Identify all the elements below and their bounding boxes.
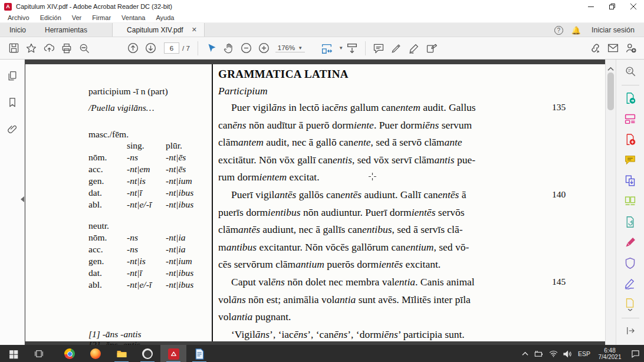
chevron-down-icon: ▼	[298, 45, 303, 51]
chevron-down-icon[interactable]: ▼	[339, 45, 343, 51]
page-up-icon[interactable]	[124, 40, 142, 57]
declension-table-neutr: nōm.-ns-nt|iaacc.-ns-nt|iagen.-nt|is-nt|…	[88, 232, 127, 291]
text-line: excitātur. Nōn vōx gallī canentis, sed v…	[218, 154, 584, 172]
highlighter-icon[interactable]	[387, 40, 405, 57]
notifications-bell-icon[interactable]: 🔔	[571, 26, 581, 35]
tab-herramientas[interactable]: Herramientas	[35, 23, 97, 37]
sign-in-button[interactable]: Iniciar sesión	[592, 26, 638, 34]
combine-files-icon[interactable]	[623, 173, 638, 188]
start-button[interactable]	[0, 345, 26, 362]
title-bar: A Capitulum XIV.pdf - Adobe Acrobat Read…	[0, 0, 644, 13]
window-title: Capitulum XIV.pdf - Adobe Acrobat Reader…	[16, 3, 580, 10]
declension-row: acc.-ns-nt|ia	[88, 244, 127, 256]
tab-document[interactable]: Capitulum XIV.pdf ✕	[112, 23, 205, 37]
battery-icon[interactable]	[533, 345, 547, 362]
adobe-acrobat-icon[interactable]	[160, 345, 186, 362]
select-arrow-icon[interactable]	[202, 40, 220, 57]
text-line: ‘Vigilāns’, ‘iacēns’, ‘canēns’, ‘dormiēn…	[218, 328, 584, 345]
menu-item-6[interactable]: Ayuda	[150, 14, 179, 21]
declension-table-mascfem: nōm.-ns-nt|ēsacc.-nt|em-nt|ēsgen.-nt|is-…	[88, 152, 127, 211]
text-line: volantia pugnant.	[218, 311, 584, 328]
pdf-page: participium -ī n (part) /Puella vigilāns…	[25, 64, 605, 341]
text-line: clāmantem audit, nec ā gallō canente, se…	[218, 136, 584, 154]
restore-button[interactable]	[602, 0, 623, 13]
menu-item-1[interactable]: Archivo	[2, 14, 35, 21]
col-sing: sing.	[127, 140, 144, 151]
save-icon[interactable]	[5, 40, 22, 57]
text-line: canēns nōn audītur ā puerō dormiente. Pu…	[218, 119, 584, 137]
text-line: clāmantēs audiunt, nec ā gallīs canentib…	[218, 223, 584, 241]
document-viewport[interactable]: participium -ī n (part) /Puella vigilāns…	[25, 60, 605, 345]
comment-bubble-icon[interactable]	[370, 40, 387, 57]
vertical-scrollbar[interactable]	[605, 60, 616, 345]
help-icon[interactable]: ?	[554, 26, 563, 35]
tray-chevron-up-icon[interactable]	[518, 345, 533, 362]
obs-studio-icon[interactable]	[134, 345, 160, 362]
organize-pages-icon[interactable]	[623, 193, 638, 209]
create-pdf-icon[interactable]	[623, 131, 638, 147]
acrobat-window: A Capitulum XIV.pdf - Adobe Acrobat Read…	[0, 0, 644, 362]
mouse-cursor	[369, 172, 376, 183]
tab-close-icon[interactable]: ✕	[192, 26, 197, 34]
page-thumbnails-icon[interactable]	[6, 70, 18, 82]
action-center-icon[interactable]	[626, 345, 644, 362]
hand-pan-icon[interactable]	[220, 40, 238, 57]
collapse-panel-arrow[interactable]	[21, 196, 24, 202]
attachments-icon[interactable]	[6, 123, 18, 135]
compress-pdf-icon[interactable]	[623, 214, 638, 229]
declension-row: gen.-nt|is-nt|ium	[88, 176, 127, 187]
chrome-icon[interactable]	[57, 345, 83, 362]
ink-signature-icon[interactable]	[405, 40, 423, 57]
close-button[interactable]	[623, 0, 644, 13]
share-people-icon[interactable]	[622, 40, 639, 57]
search-tool-icon[interactable]	[623, 64, 638, 79]
menu-bar: ArchivoEdiciónVerFirmarVentanaAyuda	[0, 13, 644, 23]
star-favorite-icon[interactable]	[22, 40, 40, 57]
margin-gender-neutr: neutr.	[88, 221, 109, 231]
language-indicator[interactable]: ESP	[575, 350, 593, 357]
expand-tools-panel-icon[interactable]	[623, 323, 638, 338]
wifi-icon[interactable]	[547, 345, 561, 362]
scrollbar-thumb[interactable]	[607, 73, 614, 110]
fill-sign-tool-icon[interactable]	[623, 235, 638, 250]
firefox-icon[interactable]	[83, 345, 109, 362]
scroll-mode-icon[interactable]	[343, 40, 361, 57]
file-explorer-icon[interactable]	[109, 345, 134, 362]
menu-item-3[interactable]: Ver	[67, 14, 87, 21]
menu-item-4[interactable]: Firmar	[87, 14, 116, 21]
tab-inicio[interactable]: Inicio	[0, 23, 35, 37]
zoom-level-dropdown[interactable]: 176% ▼	[275, 44, 305, 52]
menu-item-2[interactable]: Edición	[35, 14, 67, 21]
text-line: volāns nōn est; animālia volantia sunt a…	[218, 294, 584, 311]
print-icon[interactable]	[58, 40, 75, 57]
fill-sign-icon[interactable]	[423, 40, 441, 57]
clock[interactable]: 6:48 7/4/2021	[593, 347, 626, 360]
zoom-out-icon[interactable]	[238, 40, 255, 57]
margin-example: /Puella vigilāns…	[88, 103, 155, 113]
share-link-icon[interactable]	[586, 40, 604, 57]
cloud-upload-icon[interactable]	[40, 40, 58, 57]
menu-item-5[interactable]: Ventana	[116, 14, 150, 21]
acrobat-app-icon: A	[4, 3, 12, 11]
page-number-input[interactable]	[164, 42, 179, 54]
bookmarks-icon[interactable]	[6, 97, 18, 108]
libreoffice-writer-icon[interactable]	[186, 345, 212, 362]
protect-pdf-icon[interactable]	[623, 255, 638, 271]
declension-row: acc.-nt|em-nt|ēs	[88, 164, 127, 176]
minimize-button[interactable]	[580, 0, 602, 13]
fit-width-icon[interactable]	[318, 40, 336, 57]
adobe-sign-icon[interactable]	[623, 276, 638, 291]
task-view-button[interactable]	[26, 345, 52, 362]
system-tray: ESP 6:48 7/4/2021	[518, 345, 644, 362]
export-pdf-icon[interactable]	[623, 90, 638, 106]
tools-separator	[622, 85, 639, 85]
zoom-in-icon[interactable]	[255, 40, 273, 57]
page-down-icon[interactable]	[142, 40, 159, 57]
edit-pdf-icon[interactable]	[623, 111, 638, 126]
comment-tool-icon[interactable]	[623, 152, 638, 167]
more-tools-icon[interactable]	[623, 297, 638, 312]
speaker-icon[interactable]	[561, 345, 575, 362]
text-line: cēs servōrum clāmantium puerōs dormientē…	[218, 258, 584, 276]
email-icon[interactable]	[604, 40, 622, 57]
find-icon[interactable]	[75, 40, 93, 57]
